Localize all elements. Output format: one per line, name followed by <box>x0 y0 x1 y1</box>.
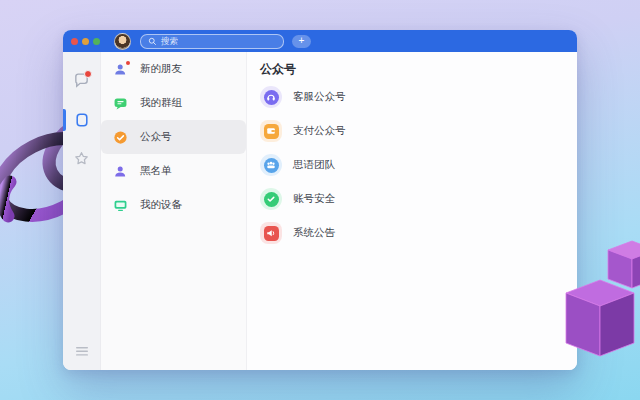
desktop-background: 搜索 + <box>0 0 640 400</box>
rail-item-contacts[interactable] <box>63 100 100 139</box>
team-icon <box>264 158 279 173</box>
account-item-label: 思语团队 <box>293 158 335 172</box>
account-security-icon <box>264 192 279 207</box>
magnifier-icon <box>148 37 157 46</box>
account-item-team[interactable]: 思语团队 <box>260 148 577 182</box>
groups-icon <box>113 96 128 111</box>
contacts-item-label: 我的设备 <box>140 198 182 212</box>
star-icon <box>73 150 90 167</box>
plus-icon: + <box>299 35 305 47</box>
minimize-button[interactable] <box>82 38 89 45</box>
official-accounts-icon <box>113 130 128 145</box>
maximize-button[interactable] <box>93 38 100 45</box>
account-item-customer-service[interactable]: 客服公众号 <box>260 80 577 114</box>
search-placeholder: 搜索 <box>161 35 178 48</box>
contacts-panel: 新的朋友 我的群组 <box>101 52 247 370</box>
new-friends-badge <box>126 61 131 66</box>
devices-icon <box>113 198 128 213</box>
main-content: 公众号 客服公众号 <box>247 52 577 370</box>
window-titlebar: 搜索 + <box>63 30 577 52</box>
search-input[interactable]: 搜索 <box>140 34 284 49</box>
contacts-item-label: 公众号 <box>140 130 172 144</box>
account-item-account-security[interactable]: 账号安全 <box>260 182 577 216</box>
rail-item-chats[interactable] <box>63 61 100 100</box>
app-window: 搜索 + <box>63 30 577 370</box>
payment-icon <box>264 124 279 139</box>
page-title: 公众号 <box>260 62 577 76</box>
account-item-label: 账号安全 <box>293 192 335 206</box>
blacklist-icon <box>113 164 128 179</box>
contacts-item-new-friends[interactable]: 新的朋友 <box>101 52 246 86</box>
rail-item-favorites[interactable] <box>63 139 100 178</box>
system-announcement-icon <box>264 226 279 241</box>
rail-menu-button[interactable] <box>63 347 100 356</box>
hamburger-menu-icon <box>76 347 88 356</box>
new-friends-icon <box>113 62 128 77</box>
account-item-label: 系统公告 <box>293 226 335 240</box>
contacts-book-icon <box>74 112 90 128</box>
navigation-rail <box>63 52 101 370</box>
account-item-label: 支付公众号 <box>293 124 346 138</box>
account-item-label: 客服公众号 <box>293 90 346 104</box>
unread-badge <box>84 70 92 78</box>
contacts-item-label: 我的群组 <box>140 96 182 110</box>
close-button[interactable] <box>71 38 78 45</box>
contacts-item-label: 新的朋友 <box>140 62 182 76</box>
contacts-item-groups[interactable]: 我的群组 <box>101 86 246 120</box>
add-button[interactable]: + <box>292 35 311 48</box>
user-avatar[interactable] <box>114 33 131 50</box>
customer-service-icon <box>264 90 279 105</box>
contacts-item-official-accounts[interactable]: 公众号 <box>101 120 246 154</box>
account-item-payment[interactable]: 支付公众号 <box>260 114 577 148</box>
account-item-system-announcement[interactable]: 系统公告 <box>260 216 577 250</box>
contacts-item-devices[interactable]: 我的设备 <box>101 188 246 222</box>
contacts-item-blacklist[interactable]: 黑名单 <box>101 154 246 188</box>
contacts-item-label: 黑名单 <box>140 164 172 178</box>
traffic-lights <box>71 38 100 45</box>
